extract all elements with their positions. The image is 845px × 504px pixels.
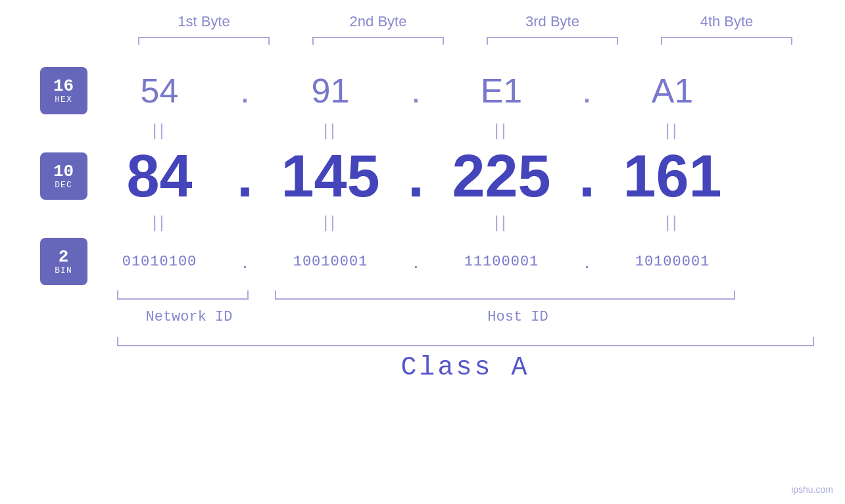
equals-row-2: || || || || — [87, 209, 837, 235]
rows-area: 16 HEX 10 DEC 2 BIN — [9, 64, 837, 288]
bin-byte1: 01010100 — [87, 254, 232, 270]
bracket-top-2 — [312, 37, 444, 45]
labels-column: 16 HEX 10 DEC 2 BIN — [9, 64, 87, 288]
dec-badge-unit: DEC — [55, 180, 72, 190]
dec-byte3: 225 — [429, 143, 574, 210]
hex-byte3: E1 — [429, 71, 574, 110]
hex-byte4: A1 — [600, 71, 745, 110]
dec-byte4: 161 — [600, 143, 745, 210]
eq2-byte3: || — [429, 212, 574, 233]
network-id-label: Network ID — [117, 309, 262, 325]
bin-dot2: . — [403, 250, 429, 273]
dec-dot3: . — [574, 143, 600, 210]
equals-row-1: || || || || — [87, 117, 837, 143]
dec-row: 84 . 145 . 225 . 161 — [87, 143, 837, 209]
bin-byte3: 11100001 — [429, 254, 574, 270]
bin-byte2: 10010001 — [258, 254, 403, 270]
dec-dot1: . — [232, 143, 258, 210]
bin-byte4: 10100001 — [600, 254, 745, 270]
dec-dot2: . — [403, 143, 429, 210]
top-brackets — [117, 37, 814, 45]
eq2-byte2: || — [258, 212, 403, 233]
data-columns: 54 . 91 . E1 . A1 || || || || 84 — [87, 64, 837, 288]
eq1-byte4: || — [600, 120, 745, 141]
dec-byte2: 145 — [258, 143, 403, 210]
hex-dot2: . — [403, 71, 429, 110]
byte2-header: 2nd Byte — [306, 13, 450, 30]
hex-badge: 16 HEX — [40, 67, 87, 114]
hex-byte2: 91 — [258, 71, 403, 110]
bracket-top-3 — [487, 37, 618, 45]
hex-row: 54 . 91 . E1 . A1 — [87, 64, 837, 117]
class-bar — [117, 337, 814, 346]
eq1-byte3: || — [429, 120, 574, 141]
dec-badge-num: 10 — [53, 163, 74, 180]
hex-dot3: . — [574, 71, 600, 110]
bin-badge-unit: BIN — [55, 265, 72, 275]
eq1-byte1: || — [87, 120, 232, 141]
byte3-header: 3rd Byte — [480, 13, 625, 30]
watermark: ipshu.com — [791, 484, 833, 495]
bin-row: 01010100 . 10010001 . 11100001 . 1010000… — [87, 235, 837, 288]
eq2-byte1: || — [87, 212, 232, 233]
dec-byte1: 84 — [87, 143, 232, 210]
id-labels: Network ID Host ID — [117, 309, 814, 325]
hex-byte1: 54 — [87, 71, 232, 110]
byte4-header: 4th Byte — [654, 13, 799, 30]
byte-headers: 1st Byte 2nd Byte 3rd Byte 4th Byte — [117, 13, 814, 30]
bin-dot3: . — [574, 250, 600, 273]
eq1-byte2: || — [258, 120, 403, 141]
class-section: Class A — [117, 337, 814, 382]
bottom-brackets — [117, 290, 814, 304]
bracket-top-1 — [138, 37, 270, 45]
bracket-bottom-host — [275, 290, 735, 300]
class-label: Class A — [117, 353, 814, 382]
eq2-byte4: || — [600, 212, 745, 233]
bottom-section: Network ID Host ID — [117, 290, 814, 325]
bin-badge-num: 2 — [59, 248, 69, 265]
byte1-header: 1st Byte — [132, 13, 276, 30]
hex-badge-num: 16 — [53, 78, 74, 95]
hex-badge-unit: HEX — [55, 95, 72, 104]
dec-badge: 10 DEC — [40, 152, 87, 200]
bin-badge: 2 BIN — [40, 238, 87, 285]
hex-dot1: . — [232, 71, 258, 110]
bracket-top-4 — [661, 37, 792, 45]
bracket-bottom-network — [117, 290, 249, 300]
bin-dot1: . — [232, 250, 258, 273]
main-container: 1st Byte 2nd Byte 3rd Byte 4th Byte 16 H… — [0, 0, 845, 504]
host-id-label: Host ID — [288, 309, 748, 325]
